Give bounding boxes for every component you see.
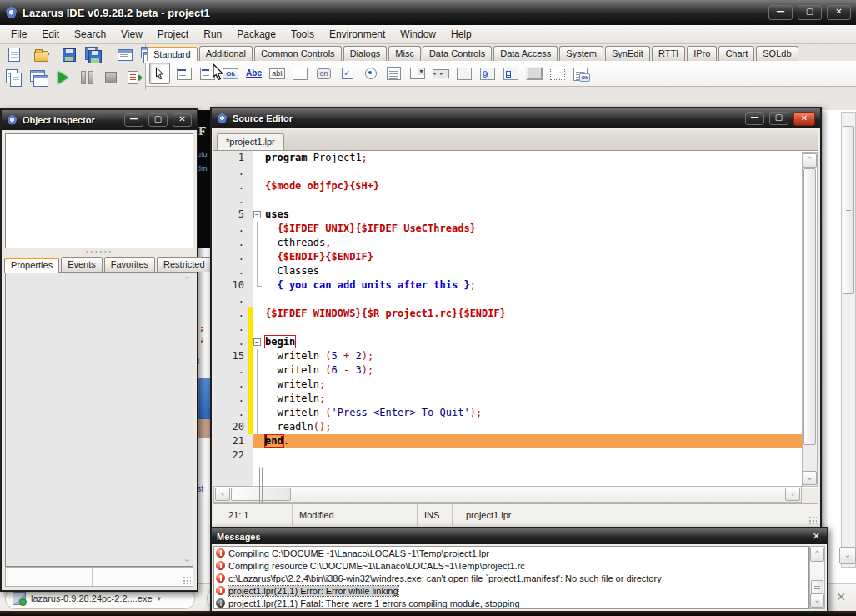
- oi-tab-properties[interactable]: Properties: [4, 258, 59, 273]
- menu-view[interactable]: View: [113, 26, 150, 43]
- scroll-up-icon[interactable]: ⌃: [803, 153, 817, 168]
- grid-scroll-down-icon[interactable]: ⌄: [183, 554, 191, 563]
- palette-tab-synedit[interactable]: SynEdit: [605, 46, 650, 61]
- resize-grip[interactable]: [183, 576, 191, 584]
- save-icon[interactable]: [60, 46, 78, 64]
- palette-tab-rtti[interactable]: RTTI: [652, 46, 685, 61]
- message-row[interactable]: project1.lpr(21,1) Fatal: There were 1 e…: [214, 597, 808, 609]
- check-group-icon[interactable]: [501, 63, 520, 83]
- editor-tab[interactable]: *project1.lpr: [217, 133, 284, 150]
- message-row[interactable]: c:\Lazarus\fpc\2.2.4\bin\i386-win32\wind…: [214, 572, 808, 584]
- panel-icon[interactable]: [524, 63, 543, 83]
- run-icon[interactable]: [53, 68, 72, 87]
- minimize-button[interactable]: —: [124, 113, 143, 127]
- browser-scrollbar-thumb[interactable]: [843, 126, 854, 294]
- hscroll-thumb[interactable]: [231, 488, 291, 501]
- radio-group-icon[interactable]: [478, 63, 497, 83]
- close-icon[interactable]: ✕: [813, 532, 822, 541]
- palette-tab-ipro[interactable]: IPro: [687, 46, 717, 61]
- new-unit-icon[interactable]: [5, 46, 23, 64]
- component-tree[interactable]: [5, 133, 193, 248]
- palette-tab-system[interactable]: System: [559, 46, 603, 61]
- menu-edit[interactable]: Edit: [34, 26, 67, 43]
- window-form-icon[interactable]: [116, 46, 134, 64]
- view-units-icon[interactable]: [5, 68, 23, 87]
- frame-icon[interactable]: [548, 63, 567, 83]
- message-row[interactable]: project1.lpr(21,1) Error: Error while li…: [214, 584, 808, 597]
- close-button[interactable]: ✕: [173, 113, 192, 127]
- edit-icon[interactable]: abI: [268, 63, 287, 83]
- message-row[interactable]: Compiling C:\DOCUME~1\Lanaco\LOCALS~1\Te…: [214, 547, 808, 559]
- resize-grip[interactable]: [808, 516, 817, 524]
- fold-box-icon[interactable]: −: [253, 338, 261, 346]
- toggle-box-icon[interactable]: on: [314, 63, 333, 83]
- browser-scroll-down-button[interactable]: ⌄: [839, 547, 856, 564]
- palette-tab-dialogs[interactable]: Dialogs: [343, 46, 388, 61]
- code-area[interactable]: program Project1;{$mode objfpc}{$H+}uses…: [263, 151, 818, 488]
- oi-tab-restricted[interactable]: Restricted: [157, 257, 212, 272]
- palette-tab-standard[interactable]: Standard: [147, 47, 198, 62]
- menu-project[interactable]: Project: [150, 26, 196, 43]
- menu-search[interactable]: Search: [67, 26, 113, 43]
- palette-tab-additional[interactable]: Additional: [199, 46, 253, 61]
- close-button[interactable]: ✕: [793, 112, 815, 126]
- oi-tab-events[interactable]: Events: [61, 257, 103, 272]
- memo-icon[interactable]: ✎: [291, 63, 310, 83]
- maximize-button[interactable]: ▢: [769, 112, 788, 125]
- listbox-icon[interactable]: [384, 63, 403, 83]
- scroll-down-icon[interactable]: ⌄: [803, 471, 817, 485]
- action-list-icon[interactable]: Ok: [571, 63, 590, 83]
- scroll-up-icon[interactable]: ⌃: [810, 548, 824, 562]
- editor-hscrollbar[interactable]: ‹ ›: [213, 486, 802, 503]
- close-button[interactable]: ✕: [827, 5, 851, 20]
- minimize-button[interactable]: —: [745, 112, 764, 125]
- maximize-button[interactable]: ▢: [798, 5, 822, 20]
- editor-vscrollbar[interactable]: ⌃ ⌄: [802, 152, 818, 487]
- browser-scrollbar[interactable]: [841, 112, 856, 568]
- radio-button-icon[interactable]: [361, 63, 380, 83]
- menu-file[interactable]: File: [3, 26, 34, 43]
- maximize-button[interactable]: ▢: [148, 113, 168, 127]
- open-icon[interactable]: ▾: [29, 46, 54, 64]
- messages-titlebar[interactable]: Messages ✕: [212, 528, 827, 544]
- grid-scroll-up-icon[interactable]: ⌃: [183, 276, 191, 285]
- object-inspector-titlebar[interactable]: Object Inspector — ▢ ✕: [2, 110, 197, 130]
- menu-package[interactable]: Package: [229, 26, 283, 43]
- oi-tab-favorites[interactable]: Favorites: [104, 257, 155, 272]
- menu-run[interactable]: Run: [196, 26, 229, 43]
- code-editor[interactable]: 1...5....10....15....202122 −− program P…: [213, 151, 818, 488]
- main-menu-icon[interactable]: [174, 63, 193, 83]
- messages-list[interactable]: Compiling C:\DOCUME~1\Lanaco\LOCALS~1\Te…: [213, 546, 809, 609]
- scroll-right-icon[interactable]: ›: [785, 488, 800, 501]
- palette-tab-data-access[interactable]: Data Access: [493, 46, 558, 61]
- menu-help[interactable]: Help: [443, 26, 479, 43]
- palette-tab-misc[interactable]: Misc: [388, 46, 421, 61]
- main-titlebar[interactable]: Lazarus IDE v0.9.28.2 beta - project1 — …: [0, 0, 856, 25]
- save-all-icon[interactable]: [84, 46, 103, 64]
- vscroll-thumb[interactable]: [803, 168, 816, 445]
- label-icon[interactable]: Abc: [244, 63, 263, 83]
- groupbox-icon[interactable]: [454, 63, 473, 83]
- message-row[interactable]: Compiling resource C:\DOCUME~1\Lanaco\LO…: [214, 559, 808, 572]
- pause-icon[interactable]: [78, 68, 96, 87]
- selector-tool-icon[interactable]: [149, 63, 170, 84]
- view-forms-icon[interactable]: [29, 68, 48, 87]
- checkbox-icon[interactable]: ✓: [338, 63, 357, 83]
- step-into-icon[interactable]: ➜: [126, 68, 144, 87]
- minimize-button[interactable]: —: [768, 5, 793, 20]
- download-item-caret-icon[interactable]: ▾: [158, 594, 162, 603]
- source-editor-titlebar[interactable]: Source Editor — ▢ ✕: [212, 108, 820, 128]
- scrollbar-icon[interactable]: ◂ ▸: [431, 63, 450, 83]
- menu-tools[interactable]: Tools: [283, 26, 322, 43]
- palette-tab-common-controls[interactable]: Common Controls: [254, 46, 342, 61]
- palette-tab-sqldb[interactable]: SQLdb: [756, 46, 798, 61]
- property-grid[interactable]: ⌃ ⌄: [5, 273, 193, 567]
- menu-environment[interactable]: Environment: [322, 26, 393, 43]
- scroll-left-icon[interactable]: ‹: [215, 488, 230, 501]
- fold-box-icon[interactable]: −: [253, 211, 261, 218]
- palette-tab-data-controls[interactable]: Data Controls: [423, 46, 492, 61]
- scroll-down-icon[interactable]: ⌄: [810, 593, 824, 608]
- messages-vscrollbar[interactable]: ⌃ ⌄: [809, 546, 825, 609]
- download-bar-close-icon[interactable]: ✕: [836, 591, 846, 603]
- palette-tab-chart[interactable]: Chart: [718, 46, 754, 61]
